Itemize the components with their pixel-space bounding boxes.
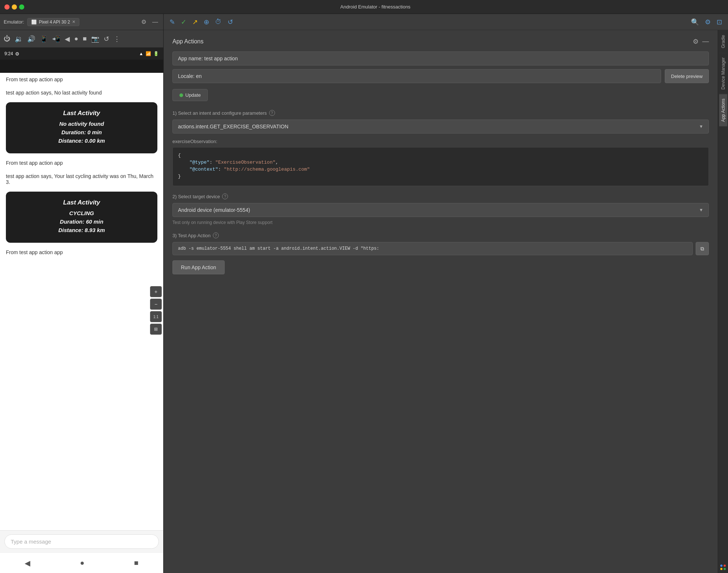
device-hint: Test only on running device with Play St… bbox=[172, 220, 709, 225]
app-actions-panel: ✎ ✓ ↗ ⊕ ⏱ ↺ 🔍 ⚙ ⊡ App Actions ⚙ — bbox=[164, 14, 728, 573]
dot-green bbox=[724, 568, 726, 570]
message2-from: From test app action app bbox=[0, 156, 163, 170]
more-icon[interactable]: ⋮ bbox=[114, 35, 120, 43]
aa-minimize-icon[interactable]: — bbox=[702, 38, 709, 46]
section3-label: 3) Test App Action ? bbox=[172, 232, 709, 238]
card2-value2: Duration: 60 min bbox=[13, 218, 150, 225]
locale-input[interactable] bbox=[172, 69, 661, 83]
locale-row: Delete preview bbox=[172, 69, 709, 83]
app-name-input[interactable] bbox=[172, 51, 709, 65]
section1-help-icon[interactable]: ? bbox=[269, 110, 275, 116]
code-line-3: "@context": "http://schema.googleapis.co… bbox=[178, 167, 703, 172]
emulator-side-controls: + − 1:1 ⊞ bbox=[150, 286, 162, 335]
phone-scroll[interactable]: From test app action app test app action… bbox=[0, 60, 163, 530]
maximize-button[interactable] bbox=[19, 4, 24, 10]
window-icon[interactable]: ⊡ bbox=[717, 18, 722, 26]
code-key-context: "@context" bbox=[189, 167, 218, 172]
volume-down-icon[interactable]: 🔉 bbox=[15, 35, 23, 43]
command-input[interactable] bbox=[172, 242, 693, 255]
zoom-out-btn[interactable]: − bbox=[150, 299, 162, 310]
status-time: 9:24 bbox=[4, 51, 13, 56]
run-app-action-button[interactable]: Run App Action bbox=[172, 260, 225, 274]
activity-card-2: Last Activity CYCLING Duration: 60 min D… bbox=[6, 192, 157, 243]
phone-nav-bar: ◀ ● ■ bbox=[0, 552, 163, 573]
undo-icon[interactable]: ↺ bbox=[228, 18, 233, 26]
arrow-icon[interactable]: ↗ bbox=[192, 18, 198, 26]
section2-help-icon[interactable]: ? bbox=[222, 193, 228, 199]
settings-icon[interactable]: ⚙ bbox=[140, 18, 148, 26]
intent-dropdown-arrow: ▼ bbox=[699, 124, 703, 129]
power-icon[interactable]: ⏻ bbox=[4, 35, 10, 43]
delete-preview-button[interactable]: Delete preview bbox=[665, 69, 709, 83]
minimize-icon[interactable]: — bbox=[151, 18, 160, 26]
recents-nav-icon[interactable]: ■ bbox=[134, 559, 138, 567]
section2-label: 2) Select target device ? bbox=[172, 193, 709, 199]
right-toolbar: ✎ ✓ ↗ ⊕ ⏱ ↺ 🔍 ⚙ ⊡ bbox=[164, 14, 728, 30]
status-icons: ▲ 📶 🔋 bbox=[139, 51, 159, 56]
emulator-panel: Emulator: ⬜ Pixel 4 API 30 2 ✕ ⚙ — ⏻ 🔉 🔊… bbox=[0, 14, 164, 573]
right-sidebar: Gradle Device Manager App Actions bbox=[718, 30, 728, 573]
fit-screen-btn[interactable]: ⊞ bbox=[150, 324, 162, 335]
emulator-toolbar: Emulator: ⬜ Pixel 4 API 30 2 ✕ ⚙ — bbox=[0, 14, 163, 30]
code-area: { "@type": "ExerciseObservation", "@cont… bbox=[172, 147, 709, 186]
device-dropdown[interactable]: Android device (emulator-5554) ▼ bbox=[172, 203, 709, 217]
code-key-type: "@type" bbox=[189, 160, 210, 165]
sidebar-tab-device-manager[interactable]: Device Manager bbox=[719, 53, 727, 94]
signal-icon: 📶 bbox=[146, 51, 151, 56]
code-line-1: { bbox=[178, 153, 703, 158]
intent-dropdown[interactable]: actions.intent.GET_EXERCISE_OBSERVATION … bbox=[172, 120, 709, 134]
dot-red bbox=[724, 565, 726, 567]
phone-screen: 9:24 ⚙ ▲ 📶 🔋 From test app action app te… bbox=[0, 48, 163, 573]
device-close-icon[interactable]: ✕ bbox=[72, 19, 75, 24]
check-icon[interactable]: ✓ bbox=[181, 18, 186, 26]
back-nav-icon[interactable]: ◀ bbox=[25, 559, 30, 567]
device-value: Android device (emulator-5554) bbox=[178, 207, 250, 213]
search-icon[interactable]: 🔍 bbox=[691, 18, 699, 26]
sidebar-tab-app-actions[interactable]: App Actions bbox=[719, 94, 727, 126]
home-nav-icon[interactable]: ● bbox=[80, 559, 84, 567]
update-dot-icon bbox=[179, 93, 183, 97]
back-icon[interactable]: ◀ bbox=[65, 35, 70, 43]
sidebar-tab-gradle[interactable]: Gradle bbox=[719, 30, 727, 53]
card1-value1: No activity found bbox=[13, 121, 150, 127]
device-dropdown-arrow: ▼ bbox=[699, 207, 703, 213]
record-icon[interactable]: ● bbox=[74, 35, 78, 43]
message1-from: From test app action app bbox=[0, 73, 163, 86]
replay-icon[interactable]: ↺ bbox=[104, 35, 109, 43]
code-val-context: "http://schema.googleapis.com" bbox=[224, 167, 310, 172]
rotate-icon[interactable]: 📱 bbox=[40, 35, 48, 43]
device-tab[interactable]: ⬜ Pixel 4 API 30 2 ✕ bbox=[27, 18, 80, 26]
dot-yellow bbox=[720, 568, 722, 570]
stop-icon[interactable]: ■ bbox=[83, 35, 87, 43]
message1-body: test app action says, No last activity f… bbox=[0, 86, 163, 99]
fold-icon[interactable]: 📲 bbox=[52, 35, 60, 43]
pencil-icon[interactable]: ✎ bbox=[169, 18, 175, 26]
aspect-ratio-btn[interactable]: 1:1 bbox=[150, 311, 162, 322]
pin-icon[interactable]: ⊕ bbox=[204, 18, 209, 26]
command-row: ⧉ bbox=[172, 242, 709, 255]
aa-title: App Actions bbox=[172, 38, 204, 45]
update-button[interactable]: Update bbox=[172, 89, 208, 101]
clock-icon[interactable]: ⏱ bbox=[215, 18, 222, 26]
close-button[interactable] bbox=[4, 4, 10, 10]
message3-from: From test app action app bbox=[0, 246, 163, 259]
screenshot-icon[interactable]: 📷 bbox=[91, 35, 99, 43]
chat-placeholder: Type a message bbox=[11, 538, 51, 545]
card1-title: Last Activity bbox=[13, 110, 150, 117]
chat-input-field[interactable]: Type a message bbox=[4, 534, 159, 549]
section1-label: 1) Select an intent and configure parame… bbox=[172, 110, 709, 116]
settings-gear-icon[interactable]: ⚙ bbox=[15, 51, 19, 57]
gear-icon[interactable]: ⚙ bbox=[705, 18, 711, 26]
copy-button[interactable]: ⧉ bbox=[696, 242, 709, 255]
param-label: exerciseObservation: bbox=[172, 139, 709, 144]
aa-content: App Actions ⚙ — Delete preview Update bbox=[164, 30, 728, 573]
section3-help-icon[interactable]: ? bbox=[213, 232, 219, 238]
update-label: Update bbox=[185, 92, 201, 98]
volume-up-icon[interactable]: 🔊 bbox=[27, 35, 35, 43]
minimize-button[interactable] bbox=[12, 4, 17, 10]
message2-body: test app action says, Your last cycling … bbox=[0, 170, 163, 189]
aa-settings-icon[interactable]: ⚙ bbox=[693, 38, 699, 46]
device-name: Pixel 4 API 30 2 bbox=[39, 19, 70, 25]
code-line-2: "@type": "ExerciseObservation", bbox=[178, 160, 703, 165]
zoom-in-btn[interactable]: + bbox=[150, 286, 162, 297]
